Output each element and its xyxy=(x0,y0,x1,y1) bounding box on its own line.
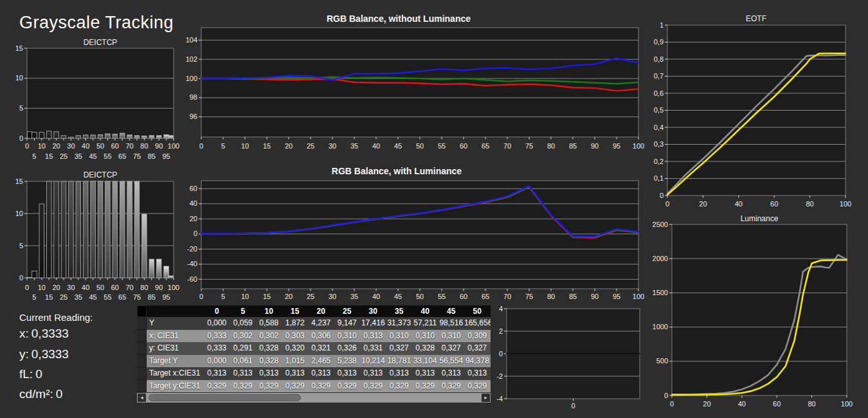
table-cell[interactable]: 0,313 xyxy=(386,367,413,380)
table-cell[interactable]: 5,238 xyxy=(334,355,361,368)
table-cell[interactable]: 1,015 xyxy=(282,355,309,368)
table-cell[interactable]: 1,872 xyxy=(282,317,309,330)
table-cell[interactable]: 0,329 xyxy=(334,380,361,393)
table-cell[interactable]: 0,320 xyxy=(282,342,309,355)
table-cell[interactable]: 0,313 xyxy=(256,367,282,380)
table-cell[interactable]: 0,327 xyxy=(386,342,413,355)
table-cell[interactable]: 56,554 xyxy=(439,355,465,368)
table-cell[interactable]: 94,378 xyxy=(464,355,491,368)
table-cell[interactable]: 0,588 xyxy=(256,317,282,330)
row-label[interactable]: y: CIE31 xyxy=(147,342,204,355)
table-cell[interactable]: 0,329 xyxy=(204,380,230,393)
column-header[interactable]: 35 xyxy=(386,305,413,317)
table-cell[interactable]: 0,328 xyxy=(256,342,282,355)
table-cell[interactable]: 0,313 xyxy=(334,367,361,380)
table-cell[interactable]: 0,329 xyxy=(230,380,257,393)
table-cell[interactable]: 0,310 xyxy=(439,330,465,343)
table-cell[interactable]: 0,329 xyxy=(412,380,439,393)
table-cell[interactable]: 4,237 xyxy=(308,317,334,330)
svg-text:25: 25 xyxy=(60,152,68,160)
row-selector[interactable] xyxy=(137,355,147,368)
svg-text:55: 55 xyxy=(438,142,446,150)
table-cell[interactable]: 0,313 xyxy=(360,330,386,343)
column-header[interactable]: 20 xyxy=(308,305,334,317)
table-cell[interactable]: 0,059 xyxy=(230,317,257,330)
table-cell[interactable]: 0,321 xyxy=(308,342,334,355)
row-selector[interactable] xyxy=(137,330,147,343)
table-cell[interactable]: 0,333 xyxy=(204,330,230,343)
table-cell[interactable]: 0,302 xyxy=(256,330,282,343)
table-cell[interactable]: 0,310 xyxy=(334,330,361,343)
column-header[interactable]: 50 xyxy=(464,305,491,317)
column-header[interactable]: 15 xyxy=(282,305,309,317)
table-cell[interactable]: 0,000 xyxy=(204,355,230,368)
table-cell[interactable]: 0,313 xyxy=(308,367,334,380)
table-cell[interactable]: 0,331 xyxy=(360,342,386,355)
svg-text:0: 0 xyxy=(664,392,668,399)
scrollbar-thumb[interactable] xyxy=(149,394,301,401)
table-cell[interactable]: 33,104 xyxy=(412,355,439,368)
table-cell[interactable]: 0,313 xyxy=(360,367,386,380)
table-cell[interactable]: 17,416 xyxy=(360,317,386,330)
table-cell[interactable]: 0,291 xyxy=(230,342,257,355)
column-header[interactable]: 5 xyxy=(230,305,257,317)
column-header[interactable]: 40 xyxy=(412,305,439,317)
svg-text:2: 2 xyxy=(499,327,503,335)
table-corner-cell[interactable] xyxy=(137,305,147,317)
row-label[interactable]: x: CIE31 xyxy=(147,330,204,343)
table-cell[interactable]: 0,000 xyxy=(204,317,230,330)
table-cell[interactable]: 0,326 xyxy=(334,342,361,355)
table-cell[interactable]: 0,333 xyxy=(204,342,230,355)
table-cell[interactable]: 0,329 xyxy=(256,380,282,393)
table-cell[interactable]: 0,327 xyxy=(464,342,491,355)
table-cell[interactable]: 0,329 xyxy=(360,380,386,393)
row-selector[interactable] xyxy=(137,367,147,380)
table-cell[interactable]: 0,313 xyxy=(439,367,465,380)
table-cell[interactable]: 0,327 xyxy=(439,342,465,355)
column-header[interactable]: 10 xyxy=(256,305,282,317)
table-cell[interactable]: 98,516 xyxy=(439,317,465,330)
row-selector[interactable] xyxy=(137,317,147,330)
column-header[interactable]: 45 xyxy=(439,305,465,317)
row-label[interactable]: Target x:CIE31 xyxy=(147,367,204,380)
table-cell[interactable]: 0,061 xyxy=(230,355,257,368)
row-selector[interactable] xyxy=(137,380,147,393)
scroll-right-button[interactable]: ▸ xyxy=(482,394,490,402)
table-cell[interactable]: 0,328 xyxy=(412,342,439,355)
row-label[interactable]: Target Y xyxy=(147,355,204,368)
table-cell[interactable]: 2,465 xyxy=(308,355,334,368)
table-cell[interactable]: 0,328 xyxy=(256,355,282,368)
column-header[interactable]: 0 xyxy=(204,305,230,317)
table-cell[interactable]: 0,329 xyxy=(386,380,413,393)
table-cell[interactable]: 0,302 xyxy=(230,330,257,343)
table-cell[interactable]: 0,329 xyxy=(464,380,491,393)
table-cell[interactable]: 0,309 xyxy=(464,330,491,343)
table-cell[interactable]: 0,313 xyxy=(204,367,230,380)
table-cell[interactable]: 0,313 xyxy=(412,367,439,380)
table-cell[interactable]: 0,313 xyxy=(282,367,309,380)
table-cell[interactable]: 0,313 xyxy=(230,367,257,380)
table-cell[interactable]: 0,313 xyxy=(464,367,491,380)
column-header[interactable]: 25 xyxy=(334,305,361,317)
table-cell[interactable]: 0,310 xyxy=(412,330,439,343)
table-cell[interactable]: 0,329 xyxy=(308,380,334,393)
measurement-table[interactable]: 05101520253035404550Y0,0000,0590,5881,87… xyxy=(137,305,491,392)
row-label[interactable]: Y xyxy=(147,317,204,330)
table-scrollbar[interactable]: ◂ ▸ xyxy=(137,393,491,403)
table-cell[interactable]: 165,656 xyxy=(464,317,491,330)
table-cell[interactable]: 0,303 xyxy=(282,330,309,343)
row-label[interactable]: Target y:CIE31 xyxy=(147,380,204,393)
table-cell[interactable]: 31,373 xyxy=(386,317,413,330)
column-header[interactable]: 30 xyxy=(360,305,386,317)
table-cell[interactable]: 9,147 xyxy=(334,317,361,330)
scroll-left-button[interactable]: ◂ xyxy=(138,394,146,402)
table-cell[interactable]: 0,329 xyxy=(439,380,465,393)
grayscale-bar xyxy=(164,134,169,138)
table-cell[interactable]: 0,329 xyxy=(282,380,309,393)
table-cell[interactable]: 18,781 xyxy=(386,355,413,368)
table-cell[interactable]: 0,310 xyxy=(386,330,413,343)
table-cell[interactable]: 10,214 xyxy=(360,355,386,368)
table-cell[interactable]: 57,211 xyxy=(412,317,439,330)
row-selector[interactable] xyxy=(137,342,147,355)
table-cell[interactable]: 0,306 xyxy=(308,330,334,343)
